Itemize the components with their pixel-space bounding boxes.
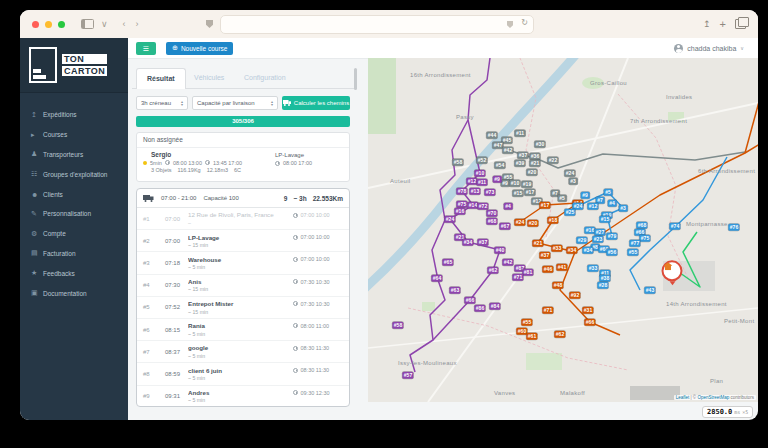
- map-marker[interactable]: #52: [476, 157, 487, 164]
- map-marker[interactable]: #57: [402, 372, 413, 379]
- map-marker[interactable]: #24: [444, 216, 455, 223]
- stop-row[interactable]: #909:31Andres~ 5 min09:30 12:30: [137, 386, 349, 408]
- map-marker[interactable]: #11: [476, 179, 487, 186]
- map-marker[interactable]: #70: [486, 210, 497, 217]
- map-marker[interactable]: #66: [584, 319, 595, 326]
- map-marker[interactable]: #43: [644, 287, 655, 294]
- new-course-button[interactable]: ⊕ Nouvelle course: [166, 42, 233, 55]
- map-marker[interactable]: #48: [552, 282, 563, 289]
- map-marker[interactable]: #9: [501, 180, 510, 187]
- timeslot-select[interactable]: 3h créneau ▴▾: [136, 96, 188, 110]
- map-marker[interactable]: #71: [512, 274, 523, 281]
- map-marker[interactable]: #74: [669, 223, 680, 230]
- map-marker[interactable]: #44: [486, 132, 497, 139]
- map-marker[interactable]: #15: [599, 216, 610, 223]
- sidebar-item-clients[interactable]: ☻Clients: [20, 184, 128, 204]
- map-marker[interactable]: #56: [606, 249, 617, 256]
- sidebar-item-personnalisation[interactable]: ✎Personnalisation: [20, 204, 128, 224]
- map-marker[interactable]: #20: [526, 169, 537, 176]
- map-marker[interactable]: #27: [594, 229, 605, 236]
- map-marker[interactable]: #15: [512, 190, 523, 197]
- map-marker[interactable]: #29: [576, 237, 587, 244]
- forward-icon[interactable]: ›: [136, 20, 139, 29]
- map-marker[interactable]: #34: [582, 247, 593, 254]
- map-marker[interactable]: #62: [554, 331, 565, 338]
- route-card-header[interactable]: 07:00 - 21:00 Capacité 100 9 ~ 3h 22.553…: [137, 189, 349, 208]
- map-marker[interactable]: #28: [597, 282, 608, 289]
- map-marker[interactable]: #17: [524, 189, 535, 196]
- map-marker[interactable]: #3: [619, 205, 628, 212]
- stop-row[interactable]: #808:59client 6 juin~ 5 min08:30 11:30: [137, 363, 349, 385]
- map-marker[interactable]: #22: [547, 157, 558, 164]
- calculate-routes-button[interactable]: Calculer les chemins: [282, 96, 350, 110]
- map-marker[interactable]: #54: [494, 162, 505, 169]
- capacity-select[interactable]: Capacité par livraison ▴▾: [192, 96, 278, 110]
- user-menu[interactable]: chadda chakiba ∨: [674, 38, 744, 58]
- map-marker[interactable]: #20: [527, 220, 538, 227]
- chevron-down-icon[interactable]: ∨: [101, 20, 108, 29]
- map-marker[interactable]: #34: [566, 247, 577, 254]
- map-marker[interactable]: #46: [542, 266, 553, 273]
- tab-vehicules[interactable]: Véhicules: [194, 68, 224, 88]
- tab-configuration[interactable]: Configuration: [244, 68, 286, 88]
- map-marker[interactable]: #13: [469, 188, 480, 195]
- map-marker[interactable]: #75: [639, 235, 650, 242]
- stop-row[interactable]: #107:0012 Rue de Rivoli, Paris, France–0…: [137, 208, 349, 230]
- map-marker[interactable]: #92: [569, 292, 580, 299]
- map-marker[interactable]: #31: [582, 307, 593, 314]
- panel-scrollbar[interactable]: [354, 68, 357, 90]
- map-marker[interactable]: #67: [499, 223, 510, 230]
- sidebar-item-facturation[interactable]: ▤Facturation: [20, 244, 128, 264]
- map-marker[interactable]: #41: [556, 264, 567, 271]
- map-marker[interactable]: #65: [442, 259, 453, 266]
- map-marker[interactable]: #63: [449, 287, 460, 294]
- map-marker[interactable]: #10: [474, 170, 485, 177]
- map-marker[interactable]: #37: [477, 239, 488, 246]
- map-marker[interactable]: #33: [551, 245, 562, 252]
- map-marker[interactable]: #78: [456, 188, 467, 195]
- map-marker[interactable]: #76: [728, 224, 739, 231]
- map-marker[interactable]: #38: [599, 275, 610, 282]
- map-marker[interactable]: #17: [539, 202, 550, 209]
- map-marker[interactable]: #73: [484, 189, 495, 196]
- stop-row[interactable]: #608:15Rania~ 5 min08:00 11:00: [137, 319, 349, 341]
- map-marker[interactable]: #62: [487, 267, 498, 274]
- stop-row[interactable]: #407:30Anis~ 15 min07:30 10:30: [137, 275, 349, 297]
- share-icon[interactable]: ↥: [703, 19, 711, 29]
- map-marker[interactable]: #72: [477, 203, 488, 210]
- map-marker[interactable]: #23: [592, 236, 603, 243]
- zoom-window-button[interactable]: [58, 21, 65, 28]
- osm-link[interactable]: OpenStreetMap: [697, 395, 729, 400]
- map-marker[interactable]: #39: [514, 160, 525, 167]
- leaflet-link[interactable]: Leaflet: [676, 395, 690, 400]
- map-marker[interactable]: #68: [636, 222, 647, 229]
- brand-logo[interactable]: TON CARTON: [20, 38, 128, 93]
- map-marker[interactable]: #42: [502, 259, 513, 266]
- map-marker[interactable]: #81: [522, 269, 533, 276]
- map-marker[interactable]: #66: [464, 297, 475, 304]
- map-marker[interactable]: #24: [564, 170, 575, 177]
- map-marker[interactable]: #34: [462, 239, 473, 246]
- stop-row[interactable]: #207:00LP-Lavage~ 15 min07:00 10:00: [137, 230, 349, 252]
- sidebar-item-documentation[interactable]: ▣Documentation: [20, 283, 128, 303]
- map-marker[interactable]: #68: [486, 218, 497, 225]
- map-marker[interactable]: #10: [509, 180, 520, 187]
- map-marker[interactable]: #24: [514, 219, 525, 226]
- map-marker[interactable]: #3: [569, 178, 578, 185]
- map-marker[interactable]: #11: [514, 130, 525, 137]
- map-marker[interactable]: #5: [604, 189, 613, 196]
- close-window-button[interactable]: [32, 21, 39, 28]
- stop-row[interactable]: #507:52Entrepot Mister~ 15 min07:30 10:3…: [137, 297, 349, 319]
- reload-icon[interactable]: ↻: [521, 18, 528, 27]
- map-marker[interactable]: #9: [493, 176, 502, 183]
- sidebar-item-feedbacks[interactable]: ★Feedbacks: [20, 263, 128, 283]
- map-marker[interactable]: #33: [587, 265, 598, 272]
- map-marker[interactable]: #21: [532, 240, 543, 247]
- map-marker[interactable]: #58: [452, 159, 463, 166]
- map-marker[interactable]: #30: [534, 141, 545, 148]
- unassigned-driver-name[interactable]: Sergio: [151, 151, 343, 158]
- stop-row[interactable]: #307:18Warehouse~ 5 min07:00 10:00: [137, 252, 349, 274]
- depot-marker[interactable]: [662, 260, 683, 281]
- map[interactable]: 16th ArrondissementPassyGros-CaillouInva…: [368, 58, 758, 402]
- map-marker[interactable]: #61: [526, 333, 537, 340]
